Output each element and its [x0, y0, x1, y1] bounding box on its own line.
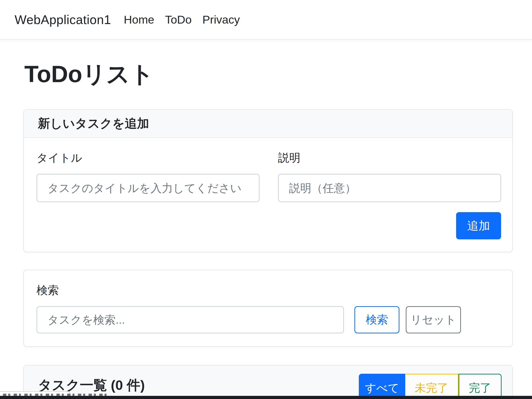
add-button[interactable]: 追加 — [456, 212, 501, 239]
title-field-group: タイトル — [36, 150, 260, 202]
add-task-card-header: 新しいタスクを追加 — [24, 110, 512, 138]
navbar-brand[interactable]: WebApplication1 — [15, 12, 111, 27]
status-tooltip — [0, 391, 70, 396]
navbar-links: Home ToDo Privacy — [118, 13, 245, 26]
description-input[interactable] — [278, 174, 501, 202]
title-label: タイトル — [36, 150, 260, 165]
filter-complete-button[interactable]: 完了 — [459, 374, 502, 399]
bottom-edge-bar — [0, 396, 532, 399]
search-button[interactable]: 検索 — [354, 306, 399, 333]
reset-button[interactable]: リセット — [406, 306, 461, 333]
search-input[interactable] — [36, 306, 344, 333]
description-label: 説明 — [278, 150, 501, 165]
page-title: ToDoリスト — [24, 61, 154, 87]
description-field-group: 説明 — [278, 150, 501, 202]
navbar: WebApplication1 Home ToDo Privacy — [0, 0, 532, 40]
nav-link-privacy[interactable]: Privacy — [197, 13, 245, 26]
filter-incomplete-button[interactable]: 未完了 — [405, 374, 459, 399]
search-card-body: 検索 検索 リセット — [24, 270, 512, 346]
filter-all-button[interactable]: すべて — [359, 374, 405, 399]
page: WebApplication1 Home ToDo Privacy ToDoリス… — [0, 0, 532, 399]
title-input[interactable] — [36, 174, 260, 202]
clipped-status-text — [3, 394, 108, 396]
task-filter-group: すべて 未完了 完了 — [359, 374, 502, 399]
nav-link-todo[interactable]: ToDo — [160, 13, 197, 26]
add-task-card: 新しいタスクを追加 タイトル 説明 追加 — [23, 109, 513, 252]
search-card: 検索 検索 リセット — [23, 270, 513, 347]
add-task-card-body: タイトル 説明 追加 — [24, 138, 512, 252]
nav-link-home[interactable]: Home — [118, 13, 160, 26]
search-label: 検索 — [36, 282, 501, 298]
